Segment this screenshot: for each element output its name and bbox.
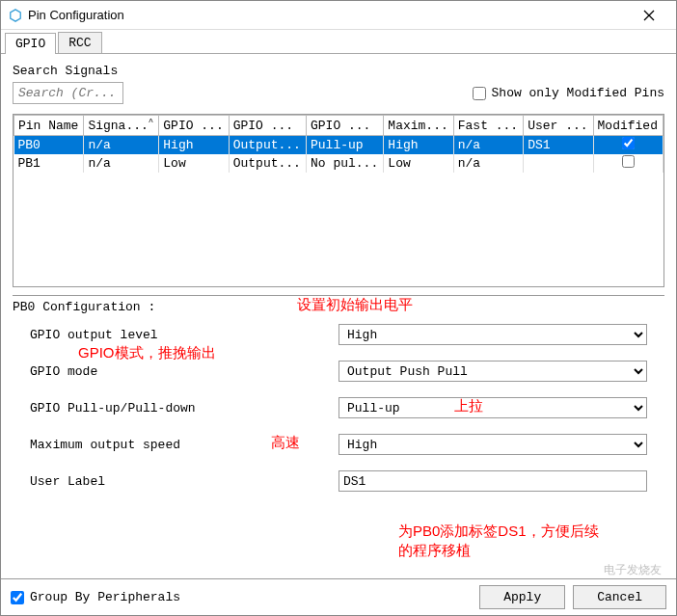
- config-section: PB0 Configuration : 设置初始输出电平 GPIO output…: [13, 295, 664, 492]
- input-user-label[interactable]: [338, 470, 647, 492]
- watermark: 电子发烧友: [604, 562, 662, 578]
- close-icon: [643, 10, 655, 21]
- tab-rcc[interactable]: RCC: [58, 32, 101, 53]
- col-gpio-pull[interactable]: GPIO ...: [307, 116, 384, 136]
- cell-gpio_pull: No pul...: [307, 154, 384, 173]
- show-modified-label: Show only Modified Pins: [492, 86, 664, 100]
- cell-max_speed: Low: [384, 154, 453, 173]
- tab-bar: GPIO RCC: [1, 30, 676, 54]
- cell-gpio_out: Low: [159, 154, 229, 173]
- cell-pin_name: PB0: [14, 136, 84, 155]
- cell-fast: n/a: [453, 154, 523, 173]
- table-row[interactable]: PB1n/aLowOutput...No pul...Lown/a: [14, 154, 663, 173]
- close-button[interactable]: [630, 2, 668, 29]
- select-output-level[interactable]: High: [338, 324, 647, 345]
- col-pin-name[interactable]: Pin Name: [14, 116, 84, 136]
- cell-signal: n/a: [84, 136, 159, 155]
- cell-signal: n/a: [84, 154, 159, 173]
- search-label: Search Signals: [13, 64, 664, 78]
- tab-gpio[interactable]: GPIO: [5, 33, 56, 54]
- cell-user: [524, 154, 593, 173]
- cell-gpio_mode: Output...: [229, 154, 306, 173]
- show-modified-input[interactable]: [473, 87, 486, 100]
- table-row[interactable]: PB0n/aHighOutput...Pull-upHighn/aDS1: [14, 136, 663, 155]
- cell-gpio_out: High: [159, 136, 229, 155]
- annotation-user-label-1: 为PB0添加标签DS1，方便后续: [398, 522, 599, 541]
- label-output-level: GPIO output level: [30, 328, 338, 342]
- config-title: PB0 Configuration :: [13, 300, 664, 314]
- pin-table: Pin Name Signa...^ GPIO ... GPIO ... GPI…: [13, 114, 664, 287]
- apply-button[interactable]: Apply: [479, 585, 565, 609]
- app-icon: [9, 9, 22, 22]
- label-user-label: User Label: [30, 474, 338, 489]
- footer: Group By Peripherals Apply Cancel: [1, 578, 676, 615]
- cell-gpio_mode: Output...: [229, 136, 306, 155]
- modified-checkbox[interactable]: [622, 137, 635, 149]
- select-speed[interactable]: High: [338, 434, 647, 455]
- group-by-peripherals-checkbox[interactable]: Group By Peripherals: [11, 590, 180, 604]
- col-modified[interactable]: Modified: [593, 116, 663, 136]
- search-input[interactable]: [13, 82, 123, 104]
- svg-marker-0: [11, 9, 21, 20]
- col-gpio-out[interactable]: GPIO ...: [159, 116, 229, 136]
- col-user[interactable]: User ...: [524, 116, 593, 136]
- cell-modified[interactable]: [593, 136, 663, 155]
- group-by-peripherals-label: Group By Peripherals: [30, 590, 180, 604]
- cancel-button[interactable]: Cancel: [573, 585, 666, 609]
- annotation-user-label-2: 的程序移植: [398, 542, 471, 560]
- label-speed: Maximum output speed: [30, 438, 338, 452]
- table-header-row: Pin Name Signa...^ GPIO ... GPIO ... GPI…: [14, 116, 663, 136]
- modified-checkbox[interactable]: [622, 155, 635, 168]
- label-gpio-mode: GPIO mode: [30, 364, 338, 379]
- col-gpio-mode[interactable]: GPIO ...: [229, 116, 306, 136]
- show-modified-checkbox[interactable]: Show only Modified Pins: [473, 86, 664, 100]
- label-pull: GPIO Pull-up/Pull-down: [30, 401, 338, 415]
- titlebar: Pin Configuration: [1, 1, 676, 30]
- col-signal[interactable]: Signa...^: [84, 116, 159, 136]
- cell-gpio_pull: Pull-up: [307, 136, 384, 155]
- group-by-peripherals-input[interactable]: [11, 591, 24, 604]
- cell-pin_name: PB1: [14, 154, 84, 173]
- select-gpio-mode[interactable]: Output Push Pull: [338, 361, 647, 382]
- cell-max_speed: High: [384, 136, 453, 155]
- select-pull[interactable]: Pull-up: [338, 397, 647, 418]
- col-max-speed[interactable]: Maxim...: [384, 116, 453, 136]
- window-title: Pin Configuration: [28, 8, 630, 22]
- cell-fast: n/a: [453, 136, 523, 155]
- cell-modified[interactable]: [593, 154, 663, 173]
- col-fast[interactable]: Fast ...: [453, 116, 523, 136]
- cell-user: DS1: [524, 136, 593, 155]
